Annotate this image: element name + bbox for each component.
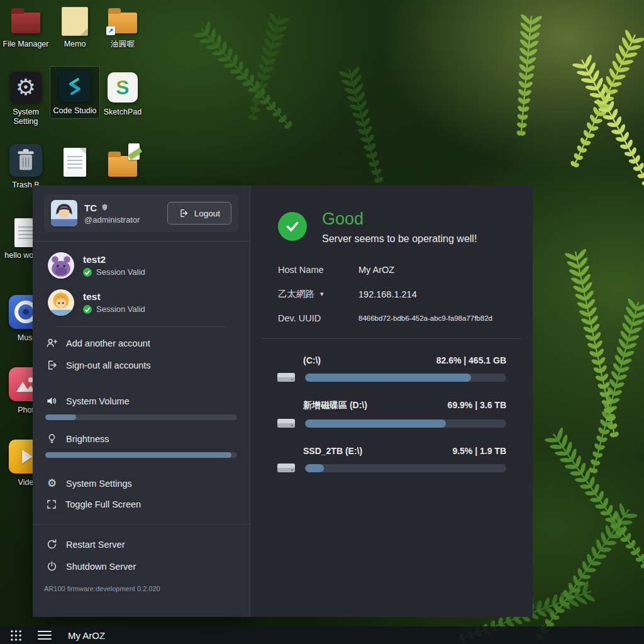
disk-usage: 9.5% | 1.9 TB (452, 446, 506, 456)
host-name-label: Host Name (278, 265, 358, 275)
network-interface-dropdown[interactable]: 乙太網路 ▾ (278, 288, 358, 300)
account-row-test[interactable]: test Session Valid (48, 289, 235, 316)
account-row-test2[interactable]: test2 Session Valid (48, 252, 235, 279)
logout-button[interactable]: Logout (167, 202, 231, 225)
icon-label: System Setting (1, 108, 50, 126)
disk-drive-icon (277, 462, 296, 474)
desktop-icon-sketchpad[interactable]: S SketchPad (98, 69, 147, 117)
uuid-label: Dev. UUID (278, 313, 358, 323)
account-name: test2 (83, 254, 145, 265)
menu-item-shutdown-server[interactable]: Shutdown Server (44, 555, 238, 577)
folder-with-file-icon (108, 142, 137, 179)
trash-icon (9, 142, 42, 179)
power-icon (46, 560, 58, 572)
desktop-icon-system-setting[interactable]: ⚙ System Setting (1, 69, 50, 126)
status-header: Good Server seems to be operating well! (275, 204, 508, 245)
menu-item-restart-server[interactable]: Restart Server (44, 533, 238, 555)
restart-icon (46, 538, 58, 550)
speaker-icon (46, 395, 58, 407)
gear-icon: ⚙ (46, 478, 58, 489)
gear-icon: ⚙ (10, 69, 42, 106)
disk-usage-bar (305, 374, 506, 382)
desktop: File Manager Memo ↗ 油圓喔 ⚙ System Setting… (0, 0, 644, 644)
sign-out-icon (46, 359, 58, 371)
desktop-icon-shortcut-folder[interactable]: ↗ 油圓喔 (98, 1, 147, 49)
menu-item-add-account[interactable]: Add another account (44, 332, 238, 354)
app-grid-icon (10, 630, 22, 641)
desktop-icon-code-studio[interactable]: Code Studio (50, 67, 99, 118)
divider (261, 338, 522, 339)
taskbar-title: My ArOZ (68, 630, 105, 641)
icon-label: Memo (64, 40, 86, 49)
icon-label: SketchPad (104, 108, 142, 117)
status-ok-icon (278, 212, 307, 241)
desktop-icon-file-manager[interactable]: File Manager (1, 1, 50, 49)
menu-item-system-settings[interactable]: ⚙ System Settings (44, 473, 238, 494)
account-avatar (48, 289, 74, 316)
disk-name: 新增磁碟區 (D:\) (303, 400, 367, 411)
memo-icon (62, 1, 88, 38)
logout-icon (179, 208, 189, 218)
server-status-panel: Good Server seems to be operating well! … (250, 186, 533, 617)
disk-usage-bar (305, 419, 506, 428)
user-menu-panel: TC @administrator Logout test2 Session V… (33, 186, 250, 617)
person-plus-icon (46, 337, 58, 349)
folder-shortcut-icon: ↗ (108, 1, 137, 38)
icon-label: Phot (18, 406, 34, 415)
desktop-icon-folder-with-file[interactable] (98, 142, 147, 180)
status-subtitle: Server seems to be operating well! (322, 233, 477, 245)
disk-drive-icon (277, 371, 296, 384)
volume-slider[interactable] (45, 414, 237, 420)
hamburger-icon (38, 630, 52, 640)
brightness-label: Brightness (44, 428, 238, 450)
account-status: Session Valid (83, 304, 145, 314)
account-avatar (48, 252, 74, 279)
disk-usage: 82.6% | 465.1 GB (436, 355, 506, 365)
chevron-down-icon: ▾ (320, 290, 324, 298)
shortcut-arrow-icon: ↗ (106, 26, 115, 35)
logout-label: Logout (194, 209, 220, 218)
disk-usage-bar (305, 464, 506, 472)
app-grid-button[interactable] (1, 626, 30, 644)
status-title: Good (322, 209, 477, 229)
user-display-name: TC (84, 203, 97, 213)
user-handle: @administrator (84, 215, 140, 225)
icon-label: 油圓喔 (111, 40, 135, 49)
disk-usage: 69.9% | 3.6 TB (448, 400, 506, 411)
disk-name: SSD_2TB (E:\) (303, 446, 362, 456)
menu-button[interactable] (30, 626, 59, 644)
disk-drive-icon (277, 417, 296, 430)
code-studio-icon (59, 68, 91, 104)
desktop-icon-document[interactable] (50, 142, 99, 180)
admin-shield-icon (101, 203, 109, 212)
brightness-slider[interactable] (45, 452, 237, 458)
desktop-icon-memo[interactable]: Memo (50, 1, 99, 49)
firmware-version: AR100 firmware:development 0.2.020 (44, 585, 238, 592)
current-user-card: TC @administrator Logout (44, 194, 238, 232)
icon-label: Musi (18, 333, 34, 343)
host-name-value: My ArOZ (358, 265, 508, 275)
session-valid-check-icon (83, 305, 92, 314)
session-valid-check-icon (83, 268, 92, 277)
sketchpad-icon: S (108, 69, 138, 106)
divider (33, 524, 250, 525)
divider (33, 241, 250, 242)
menu-item-signout-all[interactable]: Sign-out all accounts (44, 354, 238, 376)
disk-row-c: (C:\) 82.6% | 465.1 GB (275, 355, 508, 384)
document-icon (64, 142, 86, 179)
lightbulb-icon (46, 433, 58, 445)
ip-address-value: 192.168.1.214 (358, 289, 508, 299)
disk-row-d: 新增磁碟區 (D:\) 69.9% | 3.6 TB (275, 400, 508, 430)
server-info: Host Name My ArOZ 乙太網路 ▾ 192.168.1.214 D… (275, 265, 508, 323)
menu-item-toggle-fullscreen[interactable]: Toggle Full Screen (44, 494, 238, 515)
disk-name: (C:\) (303, 355, 321, 365)
icon-label: Vide (18, 478, 34, 487)
icon-label: File Manager (3, 40, 49, 49)
account-status: Session Valid (83, 267, 145, 277)
account-name: test (83, 291, 145, 303)
desktop-icon-trash[interactable]: Trash B (1, 142, 50, 190)
fullscreen-icon (46, 499, 57, 510)
system-volume-label: System Volume (44, 390, 238, 412)
uuid-value: 8466bd72-bdb6-452a-abc9-fa98a77fb82d (358, 314, 508, 322)
icon-label: Code Studio (53, 106, 97, 116)
